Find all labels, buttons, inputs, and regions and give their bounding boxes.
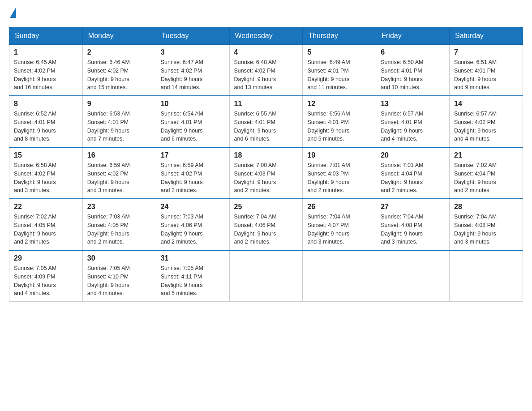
calendar-week-row: 8Sunrise: 6:52 AMSunset: 4:01 PMDaylight…: [9, 96, 523, 147]
calendar-cell: 17Sunrise: 6:59 AMSunset: 4:02 PMDayligh…: [156, 147, 229, 199]
day-info: Sunrise: 7:00 AMSunset: 4:03 PMDaylight:…: [234, 161, 298, 195]
day-info: Sunrise: 7:05 AMSunset: 4:10 PMDaylight:…: [87, 264, 151, 298]
day-number: 21: [454, 151, 518, 159]
calendar-cell: 9Sunrise: 6:53 AMSunset: 4:01 PMDaylight…: [82, 96, 156, 147]
calendar-week-row: 22Sunrise: 7:02 AMSunset: 4:05 PMDayligh…: [9, 199, 523, 250]
day-info: Sunrise: 6:59 AMSunset: 4:02 PMDaylight:…: [87, 161, 151, 195]
calendar-week-row: 29Sunrise: 7:05 AMSunset: 4:09 PMDayligh…: [9, 250, 523, 302]
calendar-cell: 30Sunrise: 7:05 AMSunset: 4:10 PMDayligh…: [82, 250, 156, 302]
calendar-cell: [450, 250, 523, 302]
calendar-cell: 3Sunrise: 6:47 AMSunset: 4:02 PMDaylight…: [156, 45, 229, 96]
day-number: 5: [307, 48, 371, 56]
day-number: 24: [161, 203, 225, 211]
day-info: Sunrise: 7:02 AMSunset: 4:05 PMDaylight:…: [14, 213, 78, 246]
column-header-tuesday: Tuesday: [156, 27, 229, 45]
calendar-cell: 11Sunrise: 6:55 AMSunset: 4:01 PMDayligh…: [229, 96, 303, 147]
day-number: 12: [307, 100, 371, 108]
calendar-cell: 10Sunrise: 6:54 AMSunset: 4:01 PMDayligh…: [156, 96, 229, 147]
day-info: Sunrise: 7:04 AMSunset: 4:06 PMDaylight:…: [234, 213, 298, 246]
day-info: Sunrise: 6:51 AMSunset: 4:01 PMDaylight:…: [454, 58, 518, 92]
calendar-cell: 21Sunrise: 7:02 AMSunset: 4:04 PMDayligh…: [450, 147, 523, 199]
column-header-friday: Friday: [376, 27, 450, 45]
calendar-cell: 12Sunrise: 6:56 AMSunset: 4:01 PMDayligh…: [303, 96, 376, 147]
calendar-cell: 6Sunrise: 6:50 AMSunset: 4:01 PMDaylight…: [376, 45, 450, 96]
calendar-cell: 2Sunrise: 6:46 AMSunset: 4:02 PMDaylight…: [82, 45, 156, 96]
day-info: Sunrise: 7:04 AMSunset: 4:08 PMDaylight:…: [381, 213, 445, 246]
calendar-cell: 15Sunrise: 6:58 AMSunset: 4:02 PMDayligh…: [9, 147, 83, 199]
calendar-cell: [376, 250, 450, 302]
day-number: 27: [381, 203, 445, 211]
day-info: Sunrise: 6:57 AMSunset: 4:01 PMDaylight:…: [381, 110, 445, 143]
day-info: Sunrise: 6:59 AMSunset: 4:02 PMDaylight:…: [161, 161, 225, 195]
day-info: Sunrise: 6:50 AMSunset: 4:01 PMDaylight:…: [381, 58, 445, 92]
calendar-cell: 23Sunrise: 7:03 AMSunset: 4:05 PMDayligh…: [82, 199, 156, 250]
day-info: Sunrise: 7:02 AMSunset: 4:04 PMDaylight:…: [454, 161, 518, 195]
day-number: 8: [14, 100, 78, 108]
calendar-cell: 20Sunrise: 7:01 AMSunset: 4:04 PMDayligh…: [376, 147, 450, 199]
day-info: Sunrise: 6:46 AMSunset: 4:02 PMDaylight:…: [87, 58, 151, 92]
day-number: 7: [454, 48, 518, 56]
calendar-week-row: 15Sunrise: 6:58 AMSunset: 4:02 PMDayligh…: [9, 147, 523, 199]
day-info: Sunrise: 6:49 AMSunset: 4:01 PMDaylight:…: [307, 58, 371, 92]
calendar-cell: [229, 250, 303, 302]
calendar-cell: 18Sunrise: 7:00 AMSunset: 4:03 PMDayligh…: [229, 147, 303, 199]
day-number: 3: [161, 48, 225, 56]
column-header-monday: Monday: [82, 27, 156, 45]
day-info: Sunrise: 7:03 AMSunset: 4:05 PMDaylight:…: [87, 213, 151, 246]
day-info: Sunrise: 6:58 AMSunset: 4:02 PMDaylight:…: [14, 161, 78, 195]
day-info: Sunrise: 6:54 AMSunset: 4:01 PMDaylight:…: [161, 110, 225, 143]
day-info: Sunrise: 7:05 AMSunset: 4:09 PMDaylight:…: [14, 264, 78, 298]
day-info: Sunrise: 6:45 AMSunset: 4:02 PMDaylight:…: [14, 58, 78, 92]
day-info: Sunrise: 7:04 AMSunset: 4:08 PMDaylight:…: [454, 213, 518, 246]
logo-triangle-icon: [10, 7, 16, 18]
calendar-cell: 19Sunrise: 7:01 AMSunset: 4:03 PMDayligh…: [303, 147, 376, 199]
calendar-cell: 27Sunrise: 7:04 AMSunset: 4:08 PMDayligh…: [376, 199, 450, 250]
day-number: 1: [14, 48, 78, 56]
calendar-header-row: SundayMondayTuesdayWednesdayThursdayFrid…: [9, 27, 523, 45]
calendar-cell: 29Sunrise: 7:05 AMSunset: 4:09 PMDayligh…: [9, 250, 83, 302]
day-number: 6: [381, 48, 445, 56]
column-header-sunday: Sunday: [9, 27, 83, 45]
column-header-thursday: Thursday: [303, 27, 376, 45]
day-number: 26: [307, 203, 371, 211]
calendar-cell: 22Sunrise: 7:02 AMSunset: 4:05 PMDayligh…: [9, 199, 83, 250]
calendar-cell: 8Sunrise: 6:52 AMSunset: 4:01 PMDaylight…: [9, 96, 83, 147]
day-number: 15: [14, 151, 78, 159]
calendar-cell: 7Sunrise: 6:51 AMSunset: 4:01 PMDaylight…: [450, 45, 523, 96]
day-number: 25: [234, 203, 298, 211]
logo: [9, 9, 16, 18]
calendar-cell: 14Sunrise: 6:57 AMSunset: 4:02 PMDayligh…: [450, 96, 523, 147]
day-number: 2: [87, 48, 151, 56]
calendar-cell: [303, 250, 376, 302]
calendar-cell: 5Sunrise: 6:49 AMSunset: 4:01 PMDaylight…: [303, 45, 376, 96]
day-number: 17: [161, 151, 225, 159]
day-info: Sunrise: 6:57 AMSunset: 4:02 PMDaylight:…: [454, 110, 518, 143]
day-number: 4: [234, 48, 298, 56]
day-info: Sunrise: 7:01 AMSunset: 4:03 PMDaylight:…: [307, 161, 371, 195]
day-number: 30: [87, 254, 151, 262]
day-info: Sunrise: 7:01 AMSunset: 4:04 PMDaylight:…: [381, 161, 445, 195]
day-number: 14: [454, 100, 518, 108]
day-info: Sunrise: 6:47 AMSunset: 4:02 PMDaylight:…: [161, 58, 225, 92]
day-number: 28: [454, 203, 518, 211]
calendar-cell: 13Sunrise: 6:57 AMSunset: 4:01 PMDayligh…: [376, 96, 450, 147]
day-info: Sunrise: 7:05 AMSunset: 4:11 PMDaylight:…: [161, 264, 225, 298]
calendar-cell: 1Sunrise: 6:45 AMSunset: 4:02 PMDaylight…: [9, 45, 83, 96]
day-number: 10: [161, 100, 225, 108]
day-number: 20: [381, 151, 445, 159]
column-header-saturday: Saturday: [450, 27, 523, 45]
calendar-cell: 4Sunrise: 6:48 AMSunset: 4:02 PMDaylight…: [229, 45, 303, 96]
day-number: 9: [87, 100, 151, 108]
day-info: Sunrise: 6:56 AMSunset: 4:01 PMDaylight:…: [307, 110, 371, 143]
day-number: 16: [87, 151, 151, 159]
day-number: 13: [381, 100, 445, 108]
column-header-wednesday: Wednesday: [229, 27, 303, 45]
day-number: 31: [161, 254, 225, 262]
calendar-cell: 24Sunrise: 7:03 AMSunset: 4:06 PMDayligh…: [156, 199, 229, 250]
day-number: 23: [87, 203, 151, 211]
day-info: Sunrise: 6:53 AMSunset: 4:01 PMDaylight:…: [87, 110, 151, 143]
day-number: 18: [234, 151, 298, 159]
day-info: Sunrise: 7:03 AMSunset: 4:06 PMDaylight:…: [161, 213, 225, 246]
day-info: Sunrise: 7:04 AMSunset: 4:07 PMDaylight:…: [307, 213, 371, 246]
calendar-cell: 16Sunrise: 6:59 AMSunset: 4:02 PMDayligh…: [82, 147, 156, 199]
